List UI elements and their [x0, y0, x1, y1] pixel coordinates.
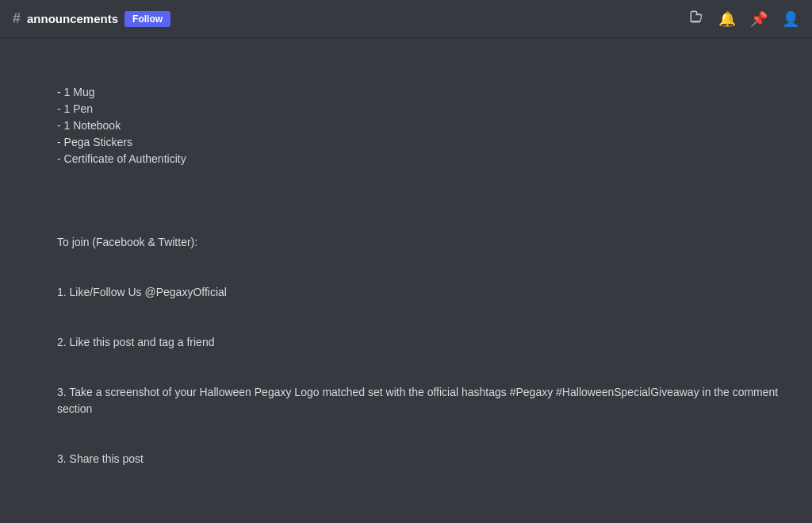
facebook-step2: 2. Like this post and tag a friend — [57, 334, 799, 351]
members-icon[interactable]: 👤 — [782, 10, 799, 28]
bell-icon[interactable]: 🔔 — [718, 10, 736, 28]
channel-name: announcements — [27, 12, 118, 25]
message-body: - 1 Mug- 1 Pen- 1 Notebook- Pega Sticker… — [57, 51, 799, 523]
channel-header-left: # announcements Follow — [13, 10, 682, 27]
pin-icon[interactable]: 📌 — [750, 10, 768, 28]
channel-header-right: 🔔 📌 👤 — [688, 9, 799, 29]
hash-icon: # — [13, 10, 21, 27]
facebook-header: To join (Facebook & Twitter): — [57, 234, 799, 251]
facebook-step3: 3. Take a screenshot of your Halloween P… — [57, 384, 799, 417]
facebook-step4: 3. Share this post — [57, 451, 799, 467]
threads-icon[interactable] — [688, 9, 704, 29]
main-content: - 1 Mug- 1 Pen- 1 Notebook- Pega Sticker… — [0, 38, 812, 523]
facebook-step1: 1. Like/Follow Us @PegaxyOfficial — [57, 284, 799, 301]
top-bar: # announcements Follow 🔔 📌 👤 — [0, 0, 812, 38]
items-list: - 1 Mug- 1 Pen- 1 Notebook- Pega Sticker… — [57, 84, 799, 167]
follow-button[interactable]: Follow — [124, 11, 170, 27]
